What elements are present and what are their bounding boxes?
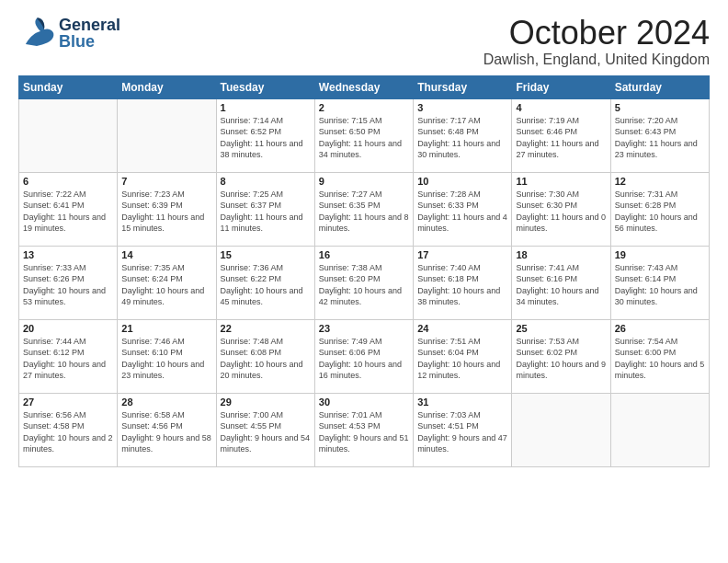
day-number: 28 bbox=[121, 396, 211, 408]
week-row-0: 1Sunrise: 7:14 AM Sunset: 6:52 PM Daylig… bbox=[19, 98, 710, 172]
day-info: Sunrise: 7:44 AM Sunset: 6:12 PM Dayligh… bbox=[23, 336, 113, 382]
calendar-cell: 8Sunrise: 7:25 AM Sunset: 6:37 PM Daylig… bbox=[216, 172, 314, 246]
calendar-cell: 17Sunrise: 7:40 AM Sunset: 6:18 PM Dayli… bbox=[414, 246, 512, 319]
calendar-cell: 24Sunrise: 7:51 AM Sunset: 6:04 PM Dayli… bbox=[414, 319, 512, 393]
calendar-cell: 21Sunrise: 7:46 AM Sunset: 6:10 PM Dayli… bbox=[118, 319, 216, 393]
day-info: Sunrise: 7:53 AM Sunset: 6:02 PM Dayligh… bbox=[516, 336, 606, 382]
day-info: Sunrise: 6:58 AM Sunset: 4:56 PM Dayligh… bbox=[121, 409, 211, 455]
day-number: 14 bbox=[121, 249, 211, 260]
day-number: 29 bbox=[221, 396, 311, 408]
week-row-4: 27Sunrise: 6:56 AM Sunset: 4:58 PM Dayli… bbox=[19, 393, 710, 466]
day-header-monday: Monday bbox=[118, 75, 216, 98]
day-number: 20 bbox=[23, 323, 113, 334]
day-number: 30 bbox=[319, 396, 409, 408]
calendar-cell: 26Sunrise: 7:54 AM Sunset: 6:00 PM Dayli… bbox=[610, 319, 709, 393]
week-row-2: 13Sunrise: 7:33 AM Sunset: 6:26 PM Dayli… bbox=[19, 246, 710, 319]
calendar-cell: 14Sunrise: 7:35 AM Sunset: 6:24 PM Dayli… bbox=[118, 246, 216, 319]
week-row-1: 6Sunrise: 7:22 AM Sunset: 6:41 PM Daylig… bbox=[19, 172, 710, 246]
calendar-cell: 9Sunrise: 7:27 AM Sunset: 6:35 PM Daylig… bbox=[314, 172, 413, 246]
day-info: Sunrise: 7:22 AM Sunset: 6:41 PM Dayligh… bbox=[23, 189, 113, 235]
day-number: 10 bbox=[417, 176, 507, 187]
day-header-thursday: Thursday bbox=[414, 75, 512, 98]
calendar-cell: 2Sunrise: 7:15 AM Sunset: 6:50 PM Daylig… bbox=[314, 98, 413, 172]
calendar-cell bbox=[118, 98, 216, 172]
header: General Blue October 2024 Dawlish, Engla… bbox=[18, 15, 710, 68]
day-number: 2 bbox=[319, 102, 409, 113]
calendar-cell: 22Sunrise: 7:48 AM Sunset: 6:08 PM Dayli… bbox=[216, 319, 314, 393]
day-info: Sunrise: 7:27 AM Sunset: 6:35 PM Dayligh… bbox=[319, 189, 409, 235]
day-info: Sunrise: 7:17 AM Sunset: 6:48 PM Dayligh… bbox=[417, 115, 507, 161]
day-number: 17 bbox=[417, 249, 507, 260]
calendar-cell: 10Sunrise: 7:28 AM Sunset: 6:33 PM Dayli… bbox=[414, 172, 512, 246]
location: Dawlish, England, United Kingdom bbox=[483, 52, 710, 68]
calendar-cell: 18Sunrise: 7:41 AM Sunset: 6:16 PM Dayli… bbox=[512, 246, 610, 319]
day-number: 9 bbox=[319, 176, 409, 187]
calendar-cell: 28Sunrise: 6:58 AM Sunset: 4:56 PM Dayli… bbox=[118, 393, 216, 466]
day-number: 21 bbox=[121, 323, 211, 334]
day-number: 3 bbox=[417, 102, 507, 113]
calendar-cell: 29Sunrise: 7:00 AM Sunset: 4:55 PM Dayli… bbox=[216, 393, 314, 466]
logo: General Blue bbox=[18, 15, 120, 52]
day-info: Sunrise: 7:46 AM Sunset: 6:10 PM Dayligh… bbox=[121, 336, 211, 382]
day-number: 7 bbox=[121, 176, 211, 187]
day-number: 11 bbox=[516, 176, 606, 187]
day-info: Sunrise: 7:43 AM Sunset: 6:14 PM Dayligh… bbox=[615, 262, 705, 308]
day-number: 6 bbox=[23, 176, 113, 187]
day-number: 24 bbox=[417, 323, 507, 334]
calendar-cell: 25Sunrise: 7:53 AM Sunset: 6:02 PM Dayli… bbox=[512, 319, 610, 393]
day-number: 8 bbox=[221, 176, 311, 187]
calendar-header: SundayMondayTuesdayWednesdayThursdayFrid… bbox=[19, 75, 710, 98]
day-info: Sunrise: 7:54 AM Sunset: 6:00 PM Dayligh… bbox=[615, 336, 705, 382]
day-number: 26 bbox=[615, 323, 705, 334]
calendar-cell: 13Sunrise: 7:33 AM Sunset: 6:26 PM Dayli… bbox=[19, 246, 118, 319]
calendar-cell: 30Sunrise: 7:01 AM Sunset: 4:53 PM Dayli… bbox=[314, 393, 413, 466]
day-info: Sunrise: 7:49 AM Sunset: 6:06 PM Dayligh… bbox=[319, 336, 409, 382]
day-info: Sunrise: 7:28 AM Sunset: 6:33 PM Dayligh… bbox=[417, 189, 507, 235]
day-info: Sunrise: 7:15 AM Sunset: 6:50 PM Dayligh… bbox=[319, 115, 409, 161]
page: General Blue October 2024 Dawlish, Engla… bbox=[0, 0, 728, 563]
day-info: Sunrise: 7:30 AM Sunset: 6:30 PM Dayligh… bbox=[516, 189, 606, 235]
month-title: October 2024 bbox=[483, 15, 710, 52]
calendar-body: 1Sunrise: 7:14 AM Sunset: 6:52 PM Daylig… bbox=[19, 98, 710, 466]
day-info: Sunrise: 7:03 AM Sunset: 4:51 PM Dayligh… bbox=[417, 409, 507, 455]
day-number: 27 bbox=[23, 396, 113, 408]
calendar-cell bbox=[512, 393, 610, 466]
calendar-cell: 3Sunrise: 7:17 AM Sunset: 6:48 PM Daylig… bbox=[414, 98, 512, 172]
day-number: 31 bbox=[417, 396, 507, 408]
day-number: 12 bbox=[615, 176, 705, 187]
day-number: 23 bbox=[319, 323, 409, 334]
title-block: October 2024 Dawlish, England, United Ki… bbox=[483, 15, 710, 68]
logo-general: General bbox=[59, 17, 120, 33]
calendar-cell: 27Sunrise: 6:56 AM Sunset: 4:58 PM Dayli… bbox=[19, 393, 118, 466]
day-number: 18 bbox=[516, 249, 606, 260]
calendar-cell: 1Sunrise: 7:14 AM Sunset: 6:52 PM Daylig… bbox=[216, 98, 314, 172]
calendar-table: SundayMondayTuesdayWednesdayThursdayFrid… bbox=[18, 75, 710, 467]
day-info: Sunrise: 7:14 AM Sunset: 6:52 PM Dayligh… bbox=[221, 115, 311, 161]
calendar-cell: 12Sunrise: 7:31 AM Sunset: 6:28 PM Dayli… bbox=[610, 172, 709, 246]
day-info: Sunrise: 7:31 AM Sunset: 6:28 PM Dayligh… bbox=[615, 189, 705, 235]
calendar-cell: 20Sunrise: 7:44 AM Sunset: 6:12 PM Dayli… bbox=[19, 319, 118, 393]
calendar-cell: 5Sunrise: 7:20 AM Sunset: 6:43 PM Daylig… bbox=[610, 98, 709, 172]
day-info: Sunrise: 7:40 AM Sunset: 6:18 PM Dayligh… bbox=[417, 262, 507, 308]
day-info: Sunrise: 7:38 AM Sunset: 6:20 PM Dayligh… bbox=[319, 262, 409, 308]
day-info: Sunrise: 7:36 AM Sunset: 6:22 PM Dayligh… bbox=[221, 262, 311, 308]
header-row: SundayMondayTuesdayWednesdayThursdayFrid… bbox=[19, 75, 710, 98]
day-info: Sunrise: 7:01 AM Sunset: 4:53 PM Dayligh… bbox=[319, 409, 409, 455]
day-info: Sunrise: 7:00 AM Sunset: 4:55 PM Dayligh… bbox=[221, 409, 311, 455]
day-number: 13 bbox=[23, 249, 113, 260]
logo-blue: Blue bbox=[59, 33, 120, 50]
day-number: 15 bbox=[221, 249, 311, 260]
day-info: Sunrise: 7:35 AM Sunset: 6:24 PM Dayligh… bbox=[121, 262, 211, 308]
day-header-friday: Friday bbox=[512, 75, 610, 98]
calendar-cell bbox=[19, 98, 118, 172]
day-info: Sunrise: 7:23 AM Sunset: 6:39 PM Dayligh… bbox=[121, 189, 211, 235]
day-number: 19 bbox=[615, 249, 705, 260]
day-number: 1 bbox=[221, 102, 311, 113]
day-info: Sunrise: 7:48 AM Sunset: 6:08 PM Dayligh… bbox=[221, 336, 311, 382]
logo-text-block: General Blue bbox=[59, 17, 120, 50]
calendar-cell: 4Sunrise: 7:19 AM Sunset: 6:46 PM Daylig… bbox=[512, 98, 610, 172]
calendar-cell: 16Sunrise: 7:38 AM Sunset: 6:20 PM Dayli… bbox=[314, 246, 413, 319]
calendar-cell: 6Sunrise: 7:22 AM Sunset: 6:41 PM Daylig… bbox=[19, 172, 118, 246]
calendar-cell: 7Sunrise: 7:23 AM Sunset: 6:39 PM Daylig… bbox=[118, 172, 216, 246]
calendar-cell: 19Sunrise: 7:43 AM Sunset: 6:14 PM Dayli… bbox=[610, 246, 709, 319]
